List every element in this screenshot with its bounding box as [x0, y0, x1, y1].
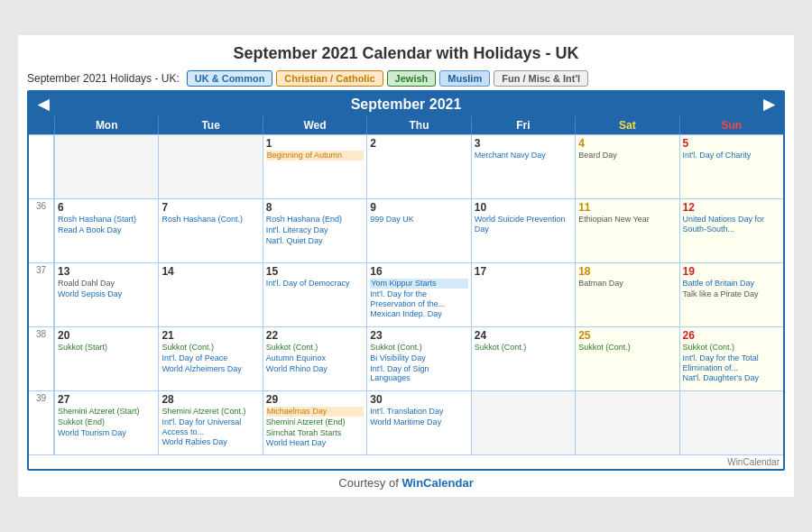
prev-month-button[interactable]: ◀ [38, 96, 49, 113]
day-sep-11: 11 Ethiopian New Year [575, 199, 678, 262]
tab-christian[interactable]: Christian / Catholic [276, 70, 383, 87]
day-sep-1: 1 Beginning of Autumn [263, 135, 366, 198]
week-num-39: 39 [29, 391, 54, 454]
col-sat: Sat [575, 116, 678, 134]
day-sep-29: 29 Michaelmas Day Shemini Atzeret (End) … [263, 391, 366, 454]
column-headers: Mon Tue Wed Thu Fri Sat Sun [29, 116, 783, 134]
day-empty-oct-2 [575, 391, 678, 454]
day-sep-9: 9 999 Day UK [366, 199, 470, 262]
day-sep-21: 21 Sukkot (Cont.) Int'l. Day of Peace Wo… [158, 327, 262, 390]
day-sep-24: 24 Sukkot (Cont.) [471, 327, 575, 390]
day-empty-oct-1 [471, 391, 575, 454]
courtesy-main: Courtesy of WinCalendar [27, 476, 785, 490]
day-sep-26: 26 Sukkot (Cont.) Int'l. Day for the Tot… [679, 327, 783, 390]
tab-jewish[interactable]: Jewish [387, 70, 437, 87]
tab-muslim[interactable]: Muslim [439, 70, 490, 87]
day-sep-7: 7 Rosh Hashana (Cont.) [158, 199, 262, 262]
day-empty-oct-3 [679, 391, 783, 454]
day-sep-12: 12 United Nations Day for South-South... [679, 199, 783, 262]
cal-row-1: 1 Beginning of Autumn 2 3 Merchant Navy … [29, 134, 783, 198]
tab-fun[interactable]: Fun / Misc & Int'l [494, 70, 588, 87]
week-num-37: 37 [29, 263, 54, 326]
day-sep-8: 8 Rosh Hashana (End) Int'l. Literacy Day… [263, 199, 366, 262]
tab-uk[interactable]: UK & Common [187, 70, 273, 87]
day-sep-18: 18 Batman Day [575, 263, 678, 326]
day-sep-16: 16 Yom Kippur Starts Int'l. Day for the … [366, 263, 470, 326]
calendar-header: ◀ September 2021 ▶ [29, 92, 783, 116]
cal-row-36: 36 6 Rosh Hashana (Start) Read A Book Da… [29, 198, 783, 262]
day-sep-3: 3 Merchant Navy Day [471, 135, 575, 198]
next-month-button[interactable]: ▶ [763, 96, 774, 113]
calendar: ◀ September 2021 ▶ Mon Tue Wed Thu Fri S… [27, 90, 785, 471]
col-tue: Tue [158, 116, 262, 134]
week-num-38: 38 [29, 327, 54, 390]
cal-row-38: 38 20 Sukkot (Start) 21 Sukkot (Cont.) I… [29, 326, 783, 390]
day-sep-27: 27 Shemini Atzeret (Start) Sukkot (End) … [54, 391, 158, 454]
week-num-36: 36 [29, 199, 54, 262]
day-sep-25: 25 Sukkot (Cont.) [575, 327, 678, 390]
day-sep-15: 15 Int'l. Day of Democracy [263, 263, 366, 326]
page-title: September 2021 Calendar with Holidays - … [27, 44, 785, 63]
col-thu: Thu [366, 116, 470, 134]
day-sep-19: 19 Battle of Britain Day Talk like a Pir… [679, 263, 783, 326]
week-col-header [29, 116, 54, 134]
toolbar-label: September 2021 Holidays - UK: [27, 72, 180, 85]
toolbar: September 2021 Holidays - UK: UK & Commo… [27, 70, 785, 87]
col-wed: Wed [263, 116, 366, 134]
col-mon: Mon [54, 116, 158, 134]
cal-row-37: 37 13 Roald Dahl Day World Sepsis Day 14… [29, 262, 783, 326]
day-sep-6: 6 Rosh Hashana (Start) Read A Book Day [54, 199, 158, 262]
day-sep-13: 13 Roald Dahl Day World Sepsis Day [54, 263, 158, 326]
day-sep-22: 22 Sukkot (Cont.) Autumn Equinox World R… [263, 327, 366, 390]
week-num-35 [29, 135, 54, 198]
day-sep-30: 30 Int'l. Translation Day World Maritime… [366, 391, 470, 454]
calendar-body: 1 Beginning of Autumn 2 3 Merchant Navy … [29, 134, 783, 469]
day-sep-23: 23 Sukkot (Cont.) Bi Visibility Day Int'… [366, 327, 470, 390]
day-empty-1 [54, 135, 158, 198]
day-empty-2 [158, 135, 262, 198]
day-sep-4: 4 Beard Day [575, 135, 678, 198]
day-sep-2: 2 [366, 135, 470, 198]
day-sep-10: 10 World Suicide Prevention Day [471, 199, 575, 262]
calendar-month-title: September 2021 [351, 96, 462, 113]
col-fri: Fri [471, 116, 575, 134]
col-sun: Sun [679, 116, 783, 134]
day-sep-17: 17 [471, 263, 575, 326]
day-sep-5: 5 Int'l. Day of Charity [679, 135, 783, 198]
day-sep-28: 28 Shemini Atzeret (Cont.) Int'l. Day fo… [158, 391, 262, 454]
day-sep-14: 14 [158, 263, 262, 326]
wincalendar-credit: WinCalendar [29, 454, 783, 469]
day-sep-20: 20 Sukkot (Start) [54, 327, 158, 390]
cal-row-39: 39 27 Shemini Atzeret (Start) Sukkot (En… [29, 390, 783, 454]
